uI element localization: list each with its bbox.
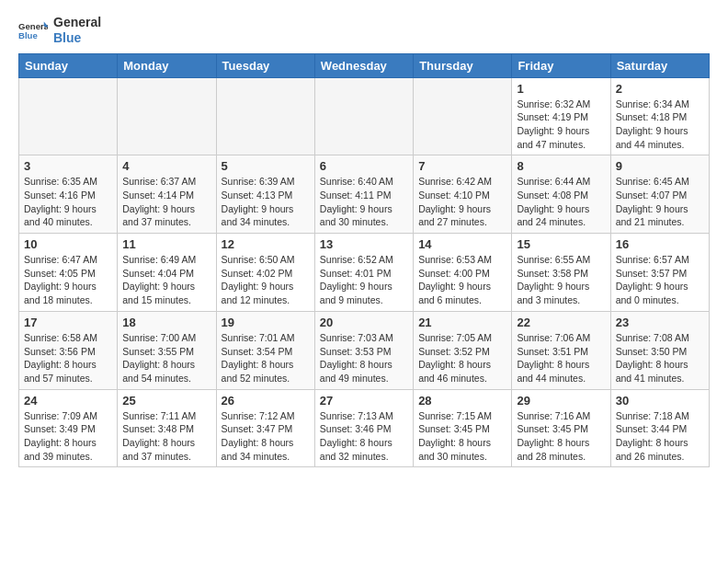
calendar-cell: 19Sunrise: 7:01 AM Sunset: 3:54 PM Dayli… xyxy=(216,311,314,389)
day-info: Sunrise: 7:13 AM Sunset: 3:46 PM Dayligh… xyxy=(320,409,408,464)
day-info: Sunrise: 7:06 AM Sunset: 3:51 PM Dayligh… xyxy=(517,331,605,385)
day-info: Sunrise: 6:52 AM Sunset: 4:01 PM Dayligh… xyxy=(320,253,408,307)
day-info: Sunrise: 6:45 AM Sunset: 4:07 PM Dayligh… xyxy=(616,175,704,229)
day-number: 29 xyxy=(517,394,605,408)
calendar-cell: 21Sunrise: 7:05 AM Sunset: 3:52 PM Dayli… xyxy=(414,311,512,389)
day-info: Sunrise: 6:49 AM Sunset: 4:04 PM Dayligh… xyxy=(122,253,210,307)
header: General Blue General Blue xyxy=(18,15,710,46)
day-info: Sunrise: 7:03 AM Sunset: 3:53 PM Dayligh… xyxy=(320,331,408,385)
day-info: Sunrise: 6:47 AM Sunset: 4:05 PM Dayligh… xyxy=(24,253,112,307)
day-info: Sunrise: 6:39 AM Sunset: 4:13 PM Dayligh… xyxy=(222,175,310,229)
calendar: SundayMondayTuesdayWednesdayThursdayFrid… xyxy=(18,53,710,468)
day-number: 16 xyxy=(616,237,704,251)
calendar-cell: 9Sunrise: 6:45 AM Sunset: 4:07 PM Daylig… xyxy=(610,155,709,234)
calendar-cell: 28Sunrise: 7:15 AM Sunset: 3:45 PM Dayli… xyxy=(414,389,512,467)
weekday-header-saturday: Saturday xyxy=(610,53,709,77)
calendar-week-2: 3Sunrise: 6:35 AM Sunset: 4:16 PM Daylig… xyxy=(19,155,710,234)
day-info: Sunrise: 6:37 AM Sunset: 4:14 PM Dayligh… xyxy=(122,175,210,229)
calendar-cell: 17Sunrise: 6:58 AM Sunset: 3:56 PM Dayli… xyxy=(19,311,118,389)
day-info: Sunrise: 7:15 AM Sunset: 3:45 PM Dayligh… xyxy=(418,409,506,464)
calendar-cell: 16Sunrise: 6:57 AM Sunset: 3:57 PM Dayli… xyxy=(610,234,709,312)
calendar-cell: 14Sunrise: 6:53 AM Sunset: 4:00 PM Dayli… xyxy=(414,234,512,312)
calendar-week-1: 1Sunrise: 6:32 AM Sunset: 4:19 PM Daylig… xyxy=(19,77,710,155)
logo: General Blue General Blue xyxy=(18,15,101,46)
day-number: 21 xyxy=(418,316,506,329)
calendar-cell xyxy=(314,77,413,155)
day-info: Sunrise: 6:42 AM Sunset: 4:10 PM Dayligh… xyxy=(418,175,506,229)
day-number: 19 xyxy=(222,316,310,329)
calendar-cell: 26Sunrise: 7:12 AM Sunset: 3:47 PM Dayli… xyxy=(216,389,314,467)
calendar-cell: 7Sunrise: 6:42 AM Sunset: 4:10 PM Daylig… xyxy=(414,155,512,234)
calendar-cell: 1Sunrise: 6:32 AM Sunset: 4:19 PM Daylig… xyxy=(512,77,610,155)
logo-svg: General Blue xyxy=(18,16,48,45)
weekday-header-monday: Monday xyxy=(118,53,216,77)
day-number: 5 xyxy=(222,159,310,173)
day-info: Sunrise: 7:18 AM Sunset: 3:44 PM Dayligh… xyxy=(616,409,704,464)
day-info: Sunrise: 7:00 AM Sunset: 3:55 PM Dayligh… xyxy=(122,331,210,385)
calendar-cell: 5Sunrise: 6:39 AM Sunset: 4:13 PM Daylig… xyxy=(216,155,314,234)
day-info: Sunrise: 6:34 AM Sunset: 4:18 PM Dayligh… xyxy=(616,98,704,152)
calendar-cell: 12Sunrise: 6:50 AM Sunset: 4:02 PM Dayli… xyxy=(216,234,314,312)
calendar-cell xyxy=(19,77,118,155)
calendar-cell: 27Sunrise: 7:13 AM Sunset: 3:46 PM Dayli… xyxy=(314,389,413,467)
calendar-cell xyxy=(216,77,314,155)
day-info: Sunrise: 6:58 AM Sunset: 3:56 PM Dayligh… xyxy=(24,331,112,385)
day-info: Sunrise: 7:05 AM Sunset: 3:52 PM Dayligh… xyxy=(418,331,506,385)
day-number: 6 xyxy=(320,159,408,173)
logo-blue: Blue xyxy=(53,30,101,46)
calendar-cell: 15Sunrise: 6:55 AM Sunset: 3:58 PM Dayli… xyxy=(512,234,610,312)
day-number: 4 xyxy=(122,159,210,173)
day-number: 10 xyxy=(24,237,112,251)
calendar-cell xyxy=(414,77,512,155)
day-number: 14 xyxy=(418,237,506,251)
day-number: 15 xyxy=(517,237,605,251)
day-info: Sunrise: 6:44 AM Sunset: 4:08 PM Dayligh… xyxy=(517,175,605,229)
day-info: Sunrise: 7:01 AM Sunset: 3:54 PM Dayligh… xyxy=(222,331,310,385)
calendar-cell: 23Sunrise: 7:08 AM Sunset: 3:50 PM Dayli… xyxy=(610,311,709,389)
calendar-cell: 29Sunrise: 7:16 AM Sunset: 3:45 PM Dayli… xyxy=(512,389,610,467)
day-number: 28 xyxy=(418,394,506,408)
day-info: Sunrise: 7:08 AM Sunset: 3:50 PM Dayligh… xyxy=(616,331,704,385)
day-number: 11 xyxy=(122,237,210,251)
weekday-header-friday: Friday xyxy=(512,53,610,77)
calendar-cell: 6Sunrise: 6:40 AM Sunset: 4:11 PM Daylig… xyxy=(314,155,413,234)
day-number: 23 xyxy=(616,316,704,329)
day-info: Sunrise: 6:50 AM Sunset: 4:02 PM Dayligh… xyxy=(222,253,310,307)
day-number: 2 xyxy=(616,82,704,96)
day-number: 1 xyxy=(517,82,605,96)
day-number: 13 xyxy=(320,237,408,251)
day-number: 7 xyxy=(418,159,506,173)
logo-general: General xyxy=(53,15,101,30)
calendar-cell: 13Sunrise: 6:52 AM Sunset: 4:01 PM Dayli… xyxy=(314,234,413,312)
day-number: 22 xyxy=(517,316,605,329)
calendar-week-5: 24Sunrise: 7:09 AM Sunset: 3:49 PM Dayli… xyxy=(19,389,710,467)
day-info: Sunrise: 7:12 AM Sunset: 3:47 PM Dayligh… xyxy=(222,409,310,464)
day-info: Sunrise: 7:09 AM Sunset: 3:49 PM Dayligh… xyxy=(24,409,112,464)
calendar-cell: 10Sunrise: 6:47 AM Sunset: 4:05 PM Dayli… xyxy=(19,234,118,312)
calendar-cell: 8Sunrise: 6:44 AM Sunset: 4:08 PM Daylig… xyxy=(512,155,610,234)
day-info: Sunrise: 6:57 AM Sunset: 3:57 PM Dayligh… xyxy=(616,253,704,307)
calendar-header-row: SundayMondayTuesdayWednesdayThursdayFrid… xyxy=(19,53,710,77)
calendar-cell: 24Sunrise: 7:09 AM Sunset: 3:49 PM Dayli… xyxy=(19,389,118,467)
calendar-week-4: 17Sunrise: 6:58 AM Sunset: 3:56 PM Dayli… xyxy=(19,311,710,389)
calendar-cell: 2Sunrise: 6:34 AM Sunset: 4:18 PM Daylig… xyxy=(610,77,709,155)
day-number: 8 xyxy=(517,159,605,173)
day-number: 9 xyxy=(616,159,704,173)
day-info: Sunrise: 6:53 AM Sunset: 4:00 PM Dayligh… xyxy=(418,253,506,307)
calendar-cell: 18Sunrise: 7:00 AM Sunset: 3:55 PM Dayli… xyxy=(118,311,216,389)
weekday-header-thursday: Thursday xyxy=(414,53,512,77)
day-number: 20 xyxy=(320,316,408,329)
weekday-header-tuesday: Tuesday xyxy=(216,53,314,77)
calendar-cell: 4Sunrise: 6:37 AM Sunset: 4:14 PM Daylig… xyxy=(118,155,216,234)
day-info: Sunrise: 7:16 AM Sunset: 3:45 PM Dayligh… xyxy=(517,409,605,464)
day-number: 12 xyxy=(222,237,310,251)
day-number: 25 xyxy=(122,394,210,408)
day-number: 17 xyxy=(24,316,112,329)
day-number: 27 xyxy=(320,394,408,408)
calendar-cell: 22Sunrise: 7:06 AM Sunset: 3:51 PM Dayli… xyxy=(512,311,610,389)
calendar-cell: 30Sunrise: 7:18 AM Sunset: 3:44 PM Dayli… xyxy=(610,389,709,467)
day-info: Sunrise: 6:40 AM Sunset: 4:11 PM Dayligh… xyxy=(320,175,408,229)
page: General Blue General Blue SundayMondayTu… xyxy=(0,0,728,563)
calendar-cell: 11Sunrise: 6:49 AM Sunset: 4:04 PM Dayli… xyxy=(118,234,216,312)
day-info: Sunrise: 7:11 AM Sunset: 3:48 PM Dayligh… xyxy=(122,409,210,464)
